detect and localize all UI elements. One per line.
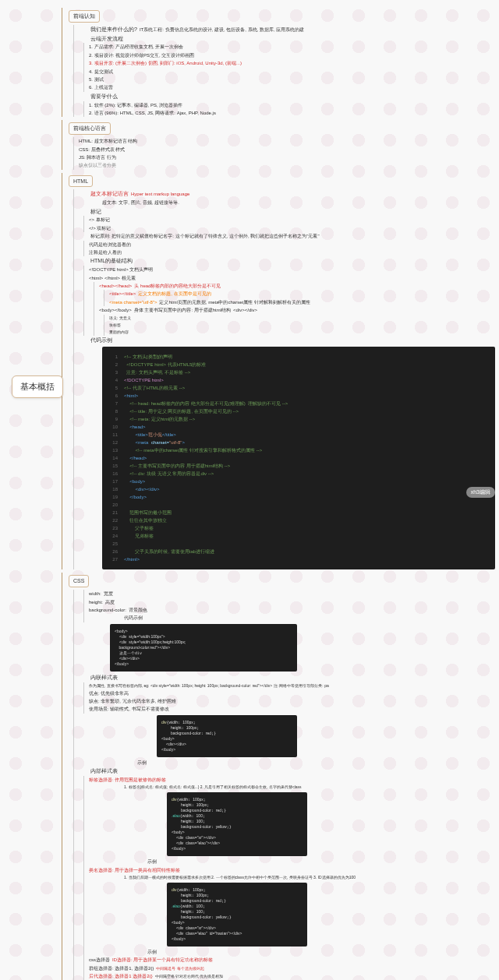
hyper-title: 超文本标记语言 bbox=[90, 190, 129, 198]
section-core-lang[interactable]: 前端核心语言 HTML: 超文本标记语言 结构 CSS: 层叠样式表 样式 JS… bbox=[62, 120, 495, 169]
hyper-en: Hyper text markup language bbox=[131, 191, 189, 197]
learn-item: 2. 语言 (96%): HTML, CSS, JS, 网络请求: Ajax, … bbox=[89, 109, 495, 117]
tag-selector: 标签选择器: 作用范围是被修饰的标签 bbox=[89, 777, 166, 783]
editor-badge: xh3编辑 bbox=[466, 487, 495, 498]
head-tag: <head></head> bbox=[99, 283, 132, 289]
code-title: 代码示例 bbox=[90, 337, 112, 344]
div-item: 里面的内容 bbox=[109, 329, 495, 336]
class-selector: 类名选择器: 用于选择一类具有相同特性标签 bbox=[89, 867, 180, 873]
meta-desc: 定义html页面的元数据, meta中的charset属性 针对解释到解析有关的… bbox=[159, 299, 310, 305]
node-cloud-flow[interactable]: 云端开发流程 bbox=[90, 35, 123, 43]
div-item: 块标签 bbox=[109, 322, 495, 329]
code-id-sel: div{width: 100px; height: 100px; backgro… bbox=[167, 883, 307, 947]
root-label: 基本概括 bbox=[20, 382, 55, 391]
tag-title: 标记 bbox=[90, 208, 101, 216]
title-tag: <title></title> bbox=[109, 291, 136, 297]
tag-sel-note: 1. 标签名{样式名: 样式值; 样式名: 样式值...} 2. 凡是引用了相关… bbox=[124, 784, 495, 791]
node-html[interactable]: HTML bbox=[69, 175, 93, 188]
flow-item: 5. 测试 bbox=[89, 76, 495, 83]
flow-item: 2. 项目设计: 视觉设计师做PS交互, 交互设计师画图 bbox=[89, 51, 495, 59]
desc-note: 中间隔空格 针对左右两代 优先级是相加 bbox=[155, 974, 224, 979]
section-frontend-cognition[interactable]: 前端认知 我们是来作什么的? IT系统工程: 负责信息化系统的设计, 建设, 包… bbox=[62, 8, 495, 117]
q-what-we-do-ans: IT系统工程: 负责信息化系统的设计, 建设, 包括设备, 系统, 数据库, 应… bbox=[140, 26, 304, 33]
lang-item: HTML: 超文本标记语言 结构 bbox=[79, 137, 495, 145]
flow-item: 3. 项目开发: (开展二次例会) 切图, 到部门: iOS, Android,… bbox=[89, 59, 495, 67]
body-desc: 身体 主要书写页面中的内容: 用于搭建html结构 bbox=[134, 307, 231, 313]
inline-use: 使用场景: 辅助性式, 书写后不需要修改 bbox=[89, 705, 495, 713]
node-css[interactable]: CSS bbox=[69, 575, 89, 587]
learn-item: 1. 软件 (2%): 记事本, 编译器, PS, 浏览器插件 bbox=[89, 101, 495, 109]
body-tag: <body></body> bbox=[99, 307, 132, 313]
group-selector: 群组选择器: 选择器1, 选择器2{} bbox=[89, 965, 154, 971]
lang-item: 缺点仅以三者分类 bbox=[79, 161, 495, 169]
node-cognition[interactable]: 前端认知 bbox=[69, 10, 100, 23]
q-what-we-do: 我们是来作什么的? bbox=[90, 26, 137, 33]
div-item: 语义: 无意义 bbox=[109, 315, 495, 322]
flow-item: 6. 上线运营 bbox=[89, 83, 495, 91]
mindmap-tree: 前端认知 我们是来作什么的? IT系统工程: 负责信息化系统的设计, 建设, 包… bbox=[58, 8, 495, 980]
html-tag: <html> </html> 根元素 bbox=[89, 274, 495, 282]
node-learn[interactable]: 需要学什么 bbox=[90, 93, 118, 100]
tag-side2: 注释是给人看的 bbox=[89, 249, 495, 256]
hyper-desc: 超文本: 文字, 图片, 音频, 超链接等等. bbox=[102, 199, 495, 206]
id-selector: ID选择器: 用于选择某一个具有特定功名称的标签 bbox=[112, 957, 213, 963]
node-core-lang[interactable]: 前端核心语言 bbox=[69, 122, 111, 135]
tag-side1: 代码是给浏览器看的 bbox=[89, 241, 495, 249]
meta-tag: <meta charset="utf-8"> bbox=[109, 299, 157, 305]
tag-rule: 标记原则: 把特定的意义赋值给标记名字: 这个标记就有了特殊含义, 这个例外, … bbox=[90, 233, 320, 239]
struct-title: HTML的基础结构 bbox=[90, 257, 133, 265]
lang-item: CSS: 层叠样式表 样式 bbox=[79, 146, 495, 153]
code-inline-example: <body> <div style="width:100px"> <div st… bbox=[110, 624, 297, 672]
class-sel-note: 1. 当我们后期一模式的时候需要根据需求多次使用 2. 一个标签的class允许… bbox=[124, 874, 495, 881]
root-node[interactable]: 基本概括 bbox=[12, 375, 63, 398]
node-internal-style[interactable]: 内部样式表 bbox=[90, 767, 118, 775]
css-sel-node: css选择器 bbox=[89, 957, 110, 963]
lang-item: JS: 脚本语言 行为 bbox=[79, 153, 495, 161]
inline-desc: 作为属性, 直接书写在标签内部, eg: <div style="width: … bbox=[89, 682, 495, 689]
flow-item: 1. 产品需求: 产品经理收集文档, 开展一次例会 bbox=[89, 43, 495, 51]
head-red: 头 head标签内部的内容绝大部分是不可见 bbox=[134, 283, 221, 289]
section-html[interactable]: HTML 超文本标记语言 Hyper text markup language … bbox=[62, 173, 495, 570]
node-inline-style[interactable]: 内联样式表 bbox=[90, 674, 118, 682]
inline-pros: 优点: 优先级非常高 bbox=[89, 689, 495, 697]
prop-bg: background-color: bbox=[89, 607, 126, 613]
desc-selector: 后代选择器: 选择器1 选择器2{} bbox=[89, 973, 153, 979]
doctype: <!DOCTYPE html> 文档头声明 bbox=[89, 266, 495, 273]
code-main: 1<!-- 文档头[类型]的声明 2 <!DOCTYPE html> 代表HTM… bbox=[102, 347, 495, 569]
prop-width: width: bbox=[89, 590, 101, 597]
code-class-sel: div{width: 100px; height: 100px; backgro… bbox=[167, 792, 307, 856]
title-desc: 定义文档的标题, 在页面中是可见的 bbox=[138, 291, 211, 297]
div-tag: <div></div> bbox=[233, 307, 257, 313]
group-note: 中间隔逗号 每个选先级叫起 bbox=[156, 966, 203, 971]
tag-double: </> 双标记 bbox=[89, 224, 495, 232]
section-css[interactable]: CSS width: 宽度 height: 高度 background-colo… bbox=[62, 573, 495, 980]
flow-item: 4. 提交测试 bbox=[89, 68, 495, 76]
inline-cons: 缺点: 非常繁琐, 冗余代码非常多, 维护困难 bbox=[89, 697, 495, 705]
tag-single: <> 单标记 bbox=[89, 216, 495, 224]
prop-height: height: bbox=[89, 599, 103, 605]
code-internal-1: div{width: 100px; height: 100px; backgro… bbox=[157, 715, 297, 757]
